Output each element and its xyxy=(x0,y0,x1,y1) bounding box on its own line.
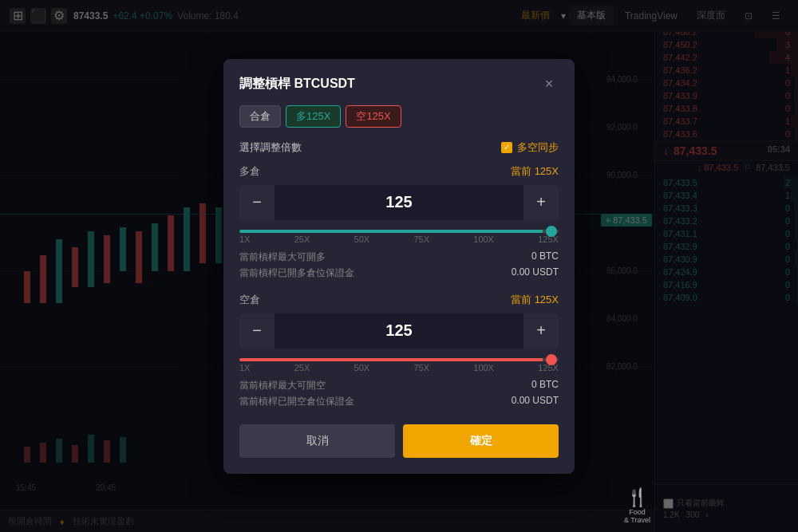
modal-title: 調整槓桿 BTCUSDT xyxy=(239,76,355,93)
long-info-1: 當前槓桿已開多倉位保證金 0.00 USDT xyxy=(239,266,559,280)
long-info-0: 當前槓桿最大可開多 0 BTC xyxy=(239,250,559,264)
short-title: 空倉 xyxy=(239,293,260,307)
long-section-header: 多倉 當前 125X xyxy=(239,164,559,179)
sync-checkbox[interactable]: ✓ xyxy=(501,142,512,153)
modal-tabs: 合倉 多125X 空125X xyxy=(239,105,559,128)
short-section: 空倉 當前 125X − 125 + 1X 25X 50X 75X 100X 1… xyxy=(239,293,559,408)
sync-check-label: 多空同步 xyxy=(517,140,559,155)
short-info-1: 當前槓桿已開空倉位保證金 0.00 USDT xyxy=(239,395,559,408)
short-decrease-button[interactable]: − xyxy=(239,313,275,349)
long-current: 當前 125X xyxy=(511,164,559,179)
leverage-modal: 調整槓桿 BTCUSDT × 合倉 多125X 空125X 選擇調整倍數 ✓ 多… xyxy=(223,59,575,474)
close-button[interactable]: × xyxy=(539,75,559,94)
long-value: 125 xyxy=(275,193,523,211)
short-value: 125 xyxy=(275,321,523,340)
long-slider-container: 1X 25X 50X 75X 100X 125X xyxy=(239,227,559,247)
short-input-row: − 125 + xyxy=(239,313,559,349)
long-current-value: 125X xyxy=(535,165,559,177)
cancel-button[interactable]: 取消 xyxy=(239,424,395,458)
watermark: 🍴 Food & Travel xyxy=(624,487,650,524)
confirm-button[interactable]: 確定 xyxy=(403,424,559,458)
long-increase-button[interactable]: + xyxy=(523,185,559,220)
modal-footer: 取消 確定 xyxy=(239,424,559,458)
watermark-travel: & Travel xyxy=(624,516,650,524)
short-current: 當前 125X xyxy=(511,293,559,307)
short-section-header: 空倉 當前 125X xyxy=(239,293,559,307)
modal-header: 調整槓桿 BTCUSDT × xyxy=(239,75,559,94)
sync-check[interactable]: ✓ 多空同步 xyxy=(501,140,559,155)
tab-long[interactable]: 多125X xyxy=(286,105,341,128)
long-title: 多倉 xyxy=(239,164,260,179)
long-decrease-button[interactable]: − xyxy=(239,185,275,220)
long-slider-marks: 1X 25X 50X 75X 100X 125X xyxy=(239,234,559,244)
watermark-icon: 🍴 xyxy=(624,487,650,508)
short-info-0: 當前槓桿最大可開空 0 BTC xyxy=(239,379,559,392)
short-slider-container: 1X 25X 50X 75X 100X 125X xyxy=(239,355,559,376)
long-section: 多倉 當前 125X − 125 + 1X 25X 50X 75X 100X 1… xyxy=(239,164,559,280)
sync-row: 選擇調整倍數 ✓ 多空同步 xyxy=(239,140,559,155)
long-slider-track[interactable] xyxy=(239,230,559,233)
long-input-row: − 125 + xyxy=(239,185,559,220)
watermark-food: Food xyxy=(624,508,650,516)
sync-label: 選擇調整倍數 xyxy=(239,140,302,155)
short-current-value: 125X xyxy=(535,294,559,305)
short-slider-marks: 1X 25X 50X 75X 100X 125X xyxy=(239,363,559,372)
check-mark: ✓ xyxy=(504,143,510,152)
tab-combined[interactable]: 合倉 xyxy=(239,105,281,128)
short-slider-track[interactable] xyxy=(239,358,559,361)
tab-short[interactable]: 空125X xyxy=(346,105,401,128)
short-slider-thumb[interactable] xyxy=(546,354,557,365)
long-slider-thumb[interactable] xyxy=(546,226,557,237)
short-increase-button[interactable]: + xyxy=(523,313,559,349)
